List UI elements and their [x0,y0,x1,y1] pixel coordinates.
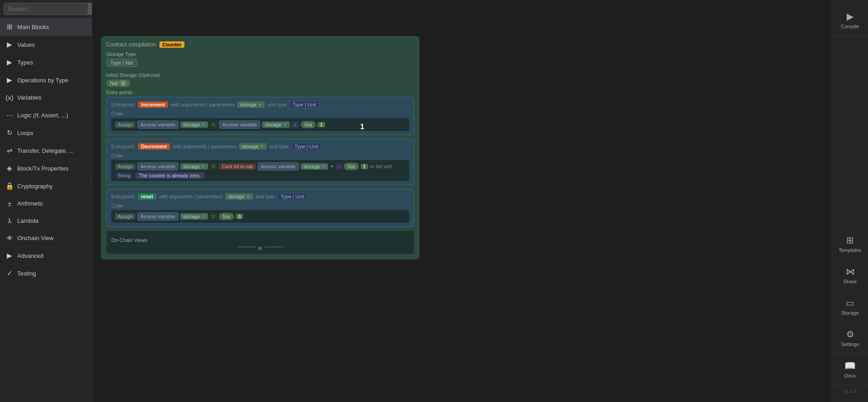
footer-line [238,246,256,247]
eye-icon: 👁 [5,234,14,242]
block-icon: ◈ [5,164,14,172]
share-label: Share [843,279,857,284]
arithmetic-icon: ± [5,200,14,207]
storage-icon: ▭ [846,297,854,308]
variable-icon: (x) [5,94,14,101]
assign-row-increment: Assign Access variable storage ▼ = Acces… [111,118,409,131]
canvas-number-label: 1 [360,123,364,131]
sidebar-item-loops[interactable]: ↻ Loops [0,124,92,142]
sidebar-item-lambda[interactable]: λ Lambda [0,212,92,230]
ep-name-increment: Increment [138,101,169,108]
sidebar-item-advanced[interactable]: ▶ Advanced [0,247,92,265]
sidebar-item-label: Operations by Type [17,77,69,84]
sidebar-item-label: Logic (If, Assert, ...) [17,112,68,119]
sidebar-item-block-tx[interactable]: ◈ Block/Tx Properties [0,160,92,177]
on-chain-section: On-Chain Views [106,231,414,254]
storage-type-value: Type | Nat [106,59,137,67]
check-icon: ✓ [5,269,14,277]
templates-label: Templates [838,247,861,253]
compile-button[interactable]: ▶ Compile [832,5,868,36]
contract-name-badge: Counter [159,41,184,48]
sidebar-item-label: Types [17,59,33,66]
grid-icon: ⊞ [5,23,14,31]
chevron-right-icon: ▶ [5,58,14,66]
logic-icon: ⋯ [5,111,14,119]
sidebar-item-onchain-view[interactable]: 👁 Onchain View [0,230,92,247]
templates-button[interactable]: ⊞ Templates [832,228,868,260]
sidebar-item-transfer-delegate[interactable]: ⇌ Transfer, Delegate, ... [0,142,92,160]
sidebar-item-types[interactable]: ▶ Types [0,54,92,71]
templates-icon: ⊞ [846,235,854,246]
sidebar-item-label: Transfer, Delegate, ... [17,147,74,154]
sidebar-item-label: Loops [17,130,33,136]
loop-icon: ↻ [5,129,14,137]
sidebar-item-label: Testing [17,270,36,277]
settings-label: Settings [841,342,859,347]
on-chain-label: On-Chain Views [111,237,409,243]
sidebar-item-operations-by-type[interactable]: ▶ Operations by Type [0,71,92,89]
main-canvas[interactable]: Contract compilation Counter Storage Typ… [92,0,832,402]
sidebar-item-main-blocks[interactable]: ⊞ Main Blocks [0,18,92,36]
sidebar-item-label: Advanced [17,252,44,259]
compile-icon: ▶ [847,11,853,22]
right-panel: ▶ Compile ⊞ Templates ⋈ Share ▭ Storage … [832,0,868,402]
docs-icon: 📖 [844,360,856,371]
sidebar: 🔍 ⊞ Main Blocks ▶ Values ▶ Types ▶ Opera… [0,0,92,402]
sidebar-item-variables[interactable]: (x) Variables [0,89,92,106]
lock-icon: 🔒 [5,182,14,190]
initial-storage-row: Nat 0 [106,80,414,87]
footer-dot [258,246,262,250]
entrypoint-decrement: Entrypoint: Decrement with arguments ( p… [106,139,414,185]
storage-button[interactable]: ▭ Storage [832,291,868,322]
assign-row-decrement: Assign Access variable storage ▼ = Cant … [111,160,409,181]
entrypoint-increment: Entrypoint: Increment with arguments ( p… [106,97,414,135]
lambda-icon: λ [5,217,14,225]
settings-button[interactable]: ⚙ Settings [832,322,868,354]
search-input[interactable] [4,3,88,15]
canvas-content: Contract compilation Counter Storage Typ… [101,36,419,259]
compilation-label: Contract compilation [106,41,156,48]
assign-row-reset: Assign Access variable storage ▼ = Nat 0 [111,210,409,223]
sidebar-item-cryptography[interactable]: 🔒 Cryptography [0,177,92,195]
transfer-icon: ⇌ [5,146,14,155]
ep-name-reset: reset [138,193,156,200]
search-button[interactable]: 🔍 [88,3,92,15]
initial-storage-label: Initial Storage (Optional) [106,72,414,78]
compile-label: Compile [841,24,859,29]
entrypoint-reset: Entrypoint: reset with arguments ( param… [106,189,414,227]
ep-name-decrement: Decrement [138,143,170,150]
sidebar-item-values[interactable]: ▶ Values [0,36,92,54]
contract-block: Contract compilation Counter Storage Typ… [101,36,419,259]
sidebar-item-testing[interactable]: ✓ Testing [0,265,92,282]
search-bar: 🔍 [0,0,92,18]
sidebar-item-arithmetic[interactable]: ± Arithmetic [0,195,92,212]
docs-button[interactable]: 📖 Docs [832,354,868,385]
on-chain-footer [111,246,409,250]
sidebar-item-label: Onchain View [17,235,54,241]
chevron-right-icon: ▶ [5,251,14,260]
sidebar-item-label: Lambda [17,217,39,224]
nat-pill: Nat 0 [106,80,130,87]
sidebar-item-label: Arithmetic [17,200,44,207]
settings-icon: ⚙ [846,329,854,340]
footer-line [265,246,283,247]
sidebar-item-label: Cryptography [17,183,53,190]
docs-label: Docs [844,373,856,378]
storage-label: Storage [841,310,859,316]
chevron-right-icon: ▶ [5,76,14,84]
entrypoint-header-increment: Entrypoint: Increment with arguments ( p… [111,101,409,108]
share-icon: ⋈ [846,266,855,277]
version-text: v1.0.0 [840,385,860,397]
contract-header: Contract compilation Counter [106,41,414,48]
chevron-right-icon: ▶ [5,40,14,49]
entry-points-label: Entry points [106,90,414,95]
sidebar-item-label: Variables [17,94,41,101]
sidebar-item-label: Main Blocks [17,24,49,30]
sidebar-item-label: Block/Tx Properties [17,165,69,172]
entrypoint-header-reset: Entrypoint: reset with arguments ( param… [111,193,409,200]
sidebar-item-label: Values [17,41,35,48]
sidebar-item-logic[interactable]: ⋯ Logic (If, Assert, ...) [0,106,92,124]
storage-type-label: Storage Type [106,51,414,57]
share-button[interactable]: ⋈ Share [832,260,868,291]
entrypoint-header-decrement: Entrypoint: Decrement with arguments ( p… [111,143,409,150]
